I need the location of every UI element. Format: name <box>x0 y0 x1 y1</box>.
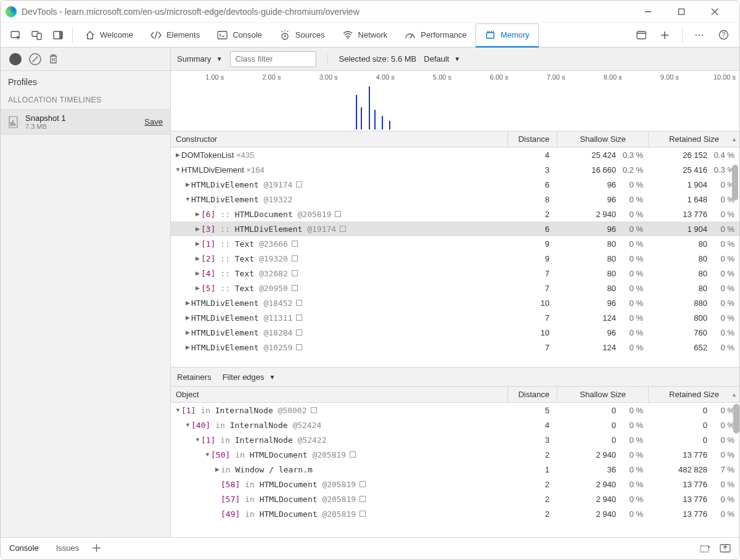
save-snapshot-link[interactable]: Save <box>144 117 163 126</box>
help-icon[interactable]: ? <box>713 27 733 44</box>
tab-memory[interactable]: Memory <box>475 23 539 47</box>
expand-toggle-icon[interactable]: ▶ <box>194 226 201 232</box>
table-row[interactable]: ▶DOMTokenList ×435425 4240.3 %26 1520.4 … <box>171 147 739 162</box>
expand-toggle-icon[interactable]: ▼ <box>204 451 211 458</box>
col-retained-size[interactable]: Retained Size ▲ <box>648 131 739 147</box>
expand-toggle-icon[interactable]: ▼ <box>184 422 191 428</box>
table-row[interactable]: ▶[4] :: Text @326827800 %800 % <box>171 266 739 281</box>
table-row[interactable]: ▶[3] :: HTMLDivElement @191746960 %1 904… <box>171 221 739 236</box>
pin-checkbox[interactable] <box>350 451 356 458</box>
settings-menu-icon[interactable]: ⋯ <box>690 27 710 44</box>
pin-checkbox[interactable] <box>292 255 298 261</box>
record-button[interactable] <box>9 53 22 65</box>
clear-button[interactable] <box>29 53 41 65</box>
class-filter-input[interactable] <box>230 51 316 67</box>
expand-toggle-icon[interactable]: ▶ <box>175 152 181 158</box>
table-row[interactable]: ▼HTMLDivElement @193228960 %1 6480 % <box>171 192 739 207</box>
col-constructor[interactable]: Constructor <box>171 134 508 144</box>
col-shallow-size[interactable]: Shallow Size <box>557 131 648 147</box>
pin-checkbox[interactable] <box>296 181 302 187</box>
scrollbar-thumb[interactable] <box>733 404 739 434</box>
delete-profile-button[interactable] <box>49 54 58 64</box>
table-row[interactable]: ▶HTMLDivElement @1845210960 %8800 % <box>171 295 739 310</box>
expand-toggle-icon[interactable]: ▶ <box>184 181 191 187</box>
computed-styles-icon[interactable] <box>700 544 711 553</box>
expand-toggle-icon[interactable]: ▶ <box>214 466 221 472</box>
tab-sources[interactable]: Sources <box>271 23 334 47</box>
toggle-drawer-icon[interactable] <box>631 27 651 44</box>
expand-toggle-icon[interactable]: ▶ <box>184 315 191 321</box>
table-row[interactable]: ▼[1] in InternalNode @52422300 %00 % <box>171 432 739 447</box>
view-dropdown[interactable]: Summary ▼ <box>177 54 223 64</box>
allocation-timeline[interactable]: 1.00 s2.00 s3.00 s4.00 s5.00 s6.00 s7.00… <box>171 71 739 131</box>
dock-side-icon[interactable] <box>47 23 68 47</box>
col-distance[interactable]: Distance <box>508 131 557 147</box>
table-row[interactable]: [49] in HTMLDocument @20581922 9400 %13 … <box>171 506 739 521</box>
pin-checkbox[interactable] <box>360 481 366 487</box>
expand-toggle-icon[interactable]: ▼ <box>175 407 181 413</box>
table-row[interactable]: ▶[2] :: Text @193209800 %800 % <box>171 251 739 266</box>
filter-edges-dropdown[interactable]: Filter edges ▼ <box>223 373 276 382</box>
expand-toggle-icon[interactable]: ▶ <box>194 285 201 291</box>
pin-checkbox[interactable] <box>296 300 302 306</box>
pin-checkbox[interactable] <box>311 407 317 413</box>
window-minimize-button[interactable] <box>644 8 662 15</box>
scrollbar-thumb[interactable] <box>732 165 738 200</box>
pin-checkbox[interactable] <box>292 285 298 291</box>
table-row[interactable]: ▶HTMLDivElement @1828410960 %7600 % <box>171 325 739 340</box>
drawer-tab-console[interactable]: Console <box>1 538 47 558</box>
table-row[interactable]: ▶HTMLDivElement @191746960 %1 9040 % <box>171 177 739 192</box>
table-row[interactable]: ▶ in Window / learn.m1360 %482 8287 % <box>171 462 739 477</box>
col-shallow-size[interactable]: Shallow Size <box>557 387 648 402</box>
pin-checkbox[interactable] <box>340 226 346 232</box>
expand-toggle-icon[interactable]: ▶ <box>194 270 201 276</box>
expand-toggle-icon[interactable]: ▶ <box>184 329 191 336</box>
expand-toggle-icon[interactable]: ▶ <box>194 211 201 217</box>
pin-checkbox[interactable] <box>296 315 302 321</box>
table-row[interactable]: ▼[40] in InternalNode @52424400 %00 % <box>171 418 739 432</box>
default-dropdown[interactable]: Default ▼ <box>424 54 460 64</box>
expand-toggle-icon[interactable]: ▼ <box>194 437 201 443</box>
pin-checkbox[interactable] <box>335 211 341 217</box>
expand-toggle-icon[interactable]: ▼ <box>184 196 191 202</box>
tab-network[interactable]: Network <box>334 23 397 47</box>
add-drawer-tab-button[interactable] <box>88 537 105 560</box>
more-tabs-button[interactable] <box>655 27 675 44</box>
table-row[interactable]: [57] in HTMLDocument @20581922 9400 %13 … <box>171 492 739 506</box>
expand-toggle-icon[interactable]: ▶ <box>184 344 191 350</box>
col-retained-size[interactable]: Retained Size ▲ <box>648 387 739 402</box>
tab-welcome[interactable]: Welcome <box>76 23 142 47</box>
constructor-table-body[interactable]: ▶DOMTokenList ×435425 4240.3 %26 1520.4 … <box>171 147 739 367</box>
expand-toggle-icon[interactable]: ▼ <box>175 167 181 173</box>
table-row[interactable]: ▶[1] :: Text @236669800 %800 % <box>171 236 739 251</box>
expand-toggle-icon[interactable]: ▶ <box>194 255 201 261</box>
snapshot-item[interactable]: Snapshot 1 7.3 MB Save <box>1 109 170 134</box>
pin-checkbox[interactable] <box>296 344 302 350</box>
table-row[interactable]: ▶[6] :: HTMLDocument @20581922 9400 %13 … <box>171 207 739 221</box>
retainers-table-body[interactable]: ▼[1] in InternalNode @50002500 %00 %▼[40… <box>171 403 739 537</box>
pin-checkbox[interactable] <box>292 270 298 276</box>
tab-console[interactable]: Console <box>208 23 271 47</box>
pin-checkbox[interactable] <box>296 329 302 336</box>
drawer-tab-issues[interactable]: Issues <box>47 538 88 558</box>
col-distance[interactable]: Distance <box>508 387 557 402</box>
table-row[interactable]: ▶[5] :: Text @209507800 %800 % <box>171 281 739 295</box>
col-object[interactable]: Object <box>171 390 508 399</box>
pin-checkbox[interactable] <box>360 496 366 502</box>
pin-checkbox[interactable] <box>360 511 366 517</box>
table-row[interactable]: ▶HTMLDivElement @1131171240 %8000 % <box>171 310 739 325</box>
inspect-element-icon[interactable] <box>6 23 27 47</box>
tab-elements[interactable]: Elements <box>142 23 208 47</box>
table-row[interactable]: [58] in HTMLDocument @20581922 9400 %13 … <box>171 477 739 492</box>
expand-toggle-icon[interactable]: ▶ <box>184 300 191 306</box>
window-maximize-button[interactable] <box>678 8 695 15</box>
device-toolbar-icon[interactable] <box>27 23 47 47</box>
expand-toggle-icon[interactable]: ▶ <box>194 241 201 247</box>
tab-performance[interactable]: Performance <box>396 23 475 47</box>
table-row[interactable]: ▼[50] in HTMLDocument @20581922 9400 %13… <box>171 447 739 462</box>
table-row[interactable]: ▼HTMLDivElement ×164316 6600.2 %25 4160.… <box>171 162 739 177</box>
table-row[interactable]: ▶HTMLDivElement @1025971240 %6520 % <box>171 340 739 355</box>
window-close-button[interactable] <box>711 8 728 15</box>
expand-drawer-icon[interactable] <box>720 544 731 553</box>
table-row[interactable]: ▼[1] in InternalNode @50002500 %00 % <box>171 403 739 418</box>
